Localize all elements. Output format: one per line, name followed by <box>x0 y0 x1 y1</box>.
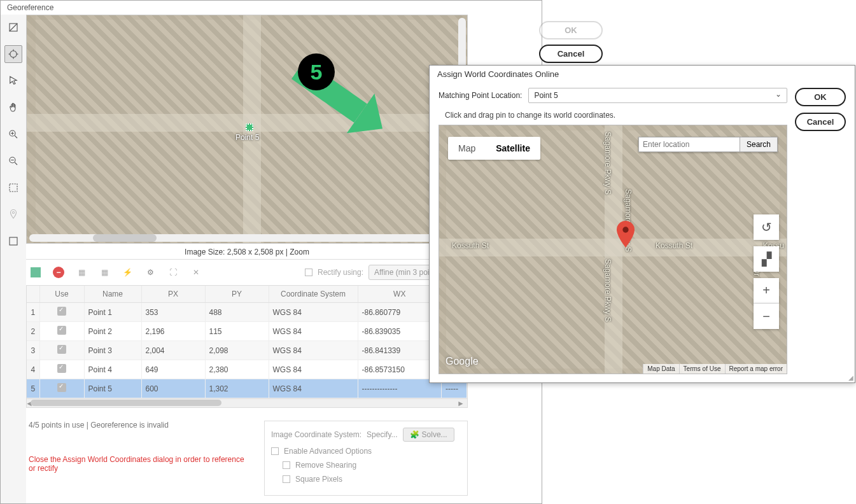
marker-number: 5 <box>298 53 335 90</box>
image-info: Image Size: 2,508 x 2,508 px | Zoom <box>26 244 468 260</box>
thumbnail-icon[interactable] <box>30 267 41 278</box>
use-checkbox[interactable] <box>57 383 66 392</box>
marker-point-icon[interactable] <box>246 123 253 131</box>
search-button[interactable]: Search <box>740 137 778 152</box>
svg-line-8 <box>15 136 17 138</box>
status-text: 4/5 points in use | Georeference is inva… <box>29 421 169 430</box>
ok-button[interactable]: OK <box>539 21 603 39</box>
use-checkbox[interactable] <box>57 326 66 335</box>
hint-text: Click and drag pin to change its world c… <box>445 111 787 120</box>
terms-link[interactable]: Terms of Use <box>679 364 725 374</box>
bolt-icon[interactable]: ⚡ <box>122 267 133 278</box>
resize-grip-icon[interactable]: ◢ <box>848 374 853 381</box>
gear-icon[interactable]: ⚙ <box>144 267 156 278</box>
layers-icon[interactable] <box>4 232 22 250</box>
table-row[interactable]: 4 Point 4 649 2,380 WGS 84 -86.8573150 4… <box>27 360 467 379</box>
points-toolbar: − ▦ ▦ ⚡ ⚙ ⛶ ✕ Rectify using: Affine (min… <box>26 260 468 285</box>
rectify-label: Rectify using: <box>318 268 363 277</box>
pointer-icon[interactable] <box>4 72 22 90</box>
table-hscrollbar[interactable]: ◄► <box>26 399 468 408</box>
adjust-icon[interactable] <box>4 18 22 36</box>
use-checkbox[interactable] <box>57 345 66 354</box>
delete-icon[interactable]: − <box>53 267 64 278</box>
points-table: Use Name PX PY Coordinate System WX 1 Po… <box>26 285 468 399</box>
world-ok-button[interactable]: OK <box>795 88 846 106</box>
map-type-tabs: Map Satellite <box>448 137 540 160</box>
online-map[interactable]: Map Satellite Search Kossuth St Kossuth … <box>439 125 787 374</box>
location-search-input[interactable] <box>638 137 740 152</box>
map-credits: Map Data Terms of Use Report a map error <box>643 364 787 374</box>
matching-point-label: Matching Point Location: <box>439 91 522 100</box>
svg-line-1 <box>10 24 17 31</box>
svg-rect-16 <box>10 237 17 245</box>
zoom-in-icon[interactable] <box>4 125 22 143</box>
map-zoom-in-icon[interactable]: + <box>754 278 779 304</box>
table-row[interactable]: 2 Point 2 2,196 115 WGS 84 -86.839035 <box>27 322 467 341</box>
report-link[interactable]: Report a map error <box>725 364 787 374</box>
cancel-button[interactable]: Cancel <box>539 45 603 63</box>
world-cancel-button[interactable]: Cancel <box>795 113 846 131</box>
source-marker: 5 <box>298 53 335 90</box>
marker-icon[interactable] <box>4 206 22 223</box>
georeference-title: Georeference <box>1 1 542 15</box>
image-viewer[interactable]: 5 Point 5 <box>26 15 468 244</box>
table-row[interactable]: 3 Point 3 2,004 2,098 WGS 84 -86.841339 <box>27 341 467 360</box>
use-checkbox[interactable] <box>57 364 66 373</box>
map-zoom-out-icon[interactable]: − <box>754 304 779 329</box>
expand-icon[interactable]: ⛶ <box>167 267 179 278</box>
svg-rect-17 <box>31 267 41 277</box>
google-logo: Google <box>446 356 479 367</box>
solve-button[interactable]: 🧩 Solve... <box>403 428 454 442</box>
col-name[interactable]: Name <box>84 286 141 303</box>
coord-label: Image Coordinate System: <box>271 430 361 439</box>
collapse-icon[interactable]: ✕ <box>190 267 202 278</box>
table-row[interactable]: 1 Point 1 353 488 WGS 84 -86.860779 <box>27 303 467 322</box>
square-checkbox[interactable] <box>283 475 290 483</box>
crosshair-icon[interactable] <box>4 45 22 63</box>
svg-point-18 <box>622 227 628 232</box>
tab-satellite[interactable]: Satellite <box>486 137 540 160</box>
marker-label: Point 5 <box>235 133 259 142</box>
use-checkbox[interactable] <box>57 307 66 316</box>
coord-system-panel: Image Coordinate System: Specify... 🧩 So… <box>264 421 468 496</box>
grid2-icon[interactable]: ▦ <box>99 267 110 278</box>
warning-text: Close the Assign World Coordinates dialo… <box>29 455 251 473</box>
zoom-out-icon[interactable] <box>4 152 22 170</box>
shearing-checkbox[interactable] <box>283 461 290 469</box>
rotate-icon[interactable]: ↺ <box>754 214 779 240</box>
specify-link[interactable]: Specify... <box>367 430 397 439</box>
road-label: Kossuth St <box>656 241 692 250</box>
map-pin-icon[interactable] <box>616 221 635 249</box>
rectify-checkbox[interactable] <box>305 269 312 276</box>
pan-icon[interactable] <box>4 99 22 116</box>
tool-sidebar <box>1 15 26 503</box>
fit-icon[interactable] <box>4 179 22 197</box>
col-py[interactable]: PY <box>205 286 269 303</box>
svg-rect-14 <box>10 184 17 192</box>
advanced-checkbox[interactable] <box>271 447 279 455</box>
svg-point-15 <box>13 212 15 214</box>
streetview-icon[interactable]: ▞ <box>754 246 779 272</box>
svg-point-2 <box>10 51 17 58</box>
road-label: Sagamore Pkwy S <box>603 132 612 195</box>
world-coordinates-dialog: Assign World Coordinates Online Matching… <box>429 65 855 383</box>
col-cs[interactable]: Coordinate System <box>269 286 358 303</box>
matching-point-select[interactable]: Point 5 <box>528 88 787 103</box>
col-px[interactable]: PX <box>141 286 205 303</box>
image-hscrollbar[interactable] <box>29 234 454 242</box>
grid1-icon[interactable]: ▦ <box>76 267 87 278</box>
world-dialog-title: Assign World Coordinates Online <box>430 66 855 83</box>
svg-line-12 <box>15 162 17 165</box>
road-label: Kossuth St <box>452 241 489 250</box>
road-label: Sagamore Pkwy S <box>603 259 612 322</box>
table-row[interactable]: 5 Point 5 600 1,302 WGS 84 -------------… <box>27 379 467 398</box>
col-use[interactable]: Use <box>39 286 84 303</box>
tab-map[interactable]: Map <box>448 137 486 160</box>
map-data-link[interactable]: Map Data <box>643 364 678 374</box>
